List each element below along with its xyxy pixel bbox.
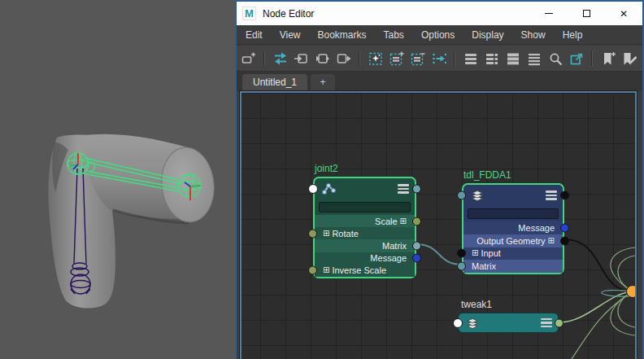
row-tdl-input[interactable]: ⊞ Input	[463, 247, 563, 260]
tweak-node-icon	[464, 316, 481, 331]
node-joint2-filter-field[interactable]	[319, 202, 411, 212]
layout-connected-icon[interactable]	[483, 50, 500, 67]
port-tweak1-left[interactable]	[453, 318, 463, 328]
row-tdl-message[interactable]: Message	[463, 221, 563, 234]
window-title: Node Editor	[263, 8, 314, 20]
expand-icon[interactable]: ⊞	[472, 249, 478, 257]
node-joint2[interactable]: Scale ⊞ ⊞ Rotate Matrix Message	[313, 177, 416, 278]
menu-help[interactable]: Help	[563, 29, 583, 41]
node-title-tdl-fdda1[interactable]: tdl_FDDA1	[463, 169, 511, 181]
tab-untitled-1[interactable]: Untitled_1	[242, 74, 307, 91]
row-joint2-scale[interactable]: Scale ⊞	[315, 215, 415, 227]
maya-app-icon: M	[242, 7, 256, 20]
expand-icon[interactable]: ⊞	[323, 230, 329, 238]
toolbar-separator	[591, 51, 593, 66]
screen: M Node Editor ✕ Edit View Bookmarks Tabs…	[0, 0, 644, 359]
menu-show[interactable]: Show	[521, 29, 546, 41]
layout-simple-icon[interactable]	[462, 50, 479, 67]
node-title-tweak1[interactable]: tweak1	[461, 299, 492, 310]
node-menu-icon[interactable]	[541, 318, 552, 328]
edit-bookmark-icon[interactable]	[620, 50, 637, 67]
toggle-selection-sync-icon[interactable]	[272, 50, 289, 67]
port-joint2-scale[interactable]	[412, 217, 421, 225]
layout-custom-icon[interactable]	[525, 50, 542, 67]
maximize-button[interactable]	[568, 2, 605, 25]
titlebar[interactable]: M Node Editor ✕	[237, 2, 642, 25]
node-tweak1[interactable]	[458, 313, 559, 333]
menu-view[interactable]: View	[280, 29, 301, 41]
row-joint2-matrix[interactable]: Matrix	[315, 239, 415, 252]
node-menu-icon[interactable]	[398, 184, 409, 194]
menu-options[interactable]: Options	[421, 29, 455, 41]
expand-icon[interactable]: ⊞	[548, 237, 555, 245]
port-tweak1-output[interactable]	[555, 318, 564, 327]
output-connections-icon[interactable]	[335, 50, 352, 67]
port-joint2-header-left[interactable]	[308, 184, 318, 194]
graph-panel: joint2 Sca	[240, 91, 637, 359]
port-tdl-input[interactable]	[457, 249, 466, 258]
port-tdl-header-right[interactable]	[560, 191, 569, 200]
add-to-graph-icon[interactable]	[367, 50, 384, 67]
toolbar	[237, 46, 642, 72]
node-tdl-fdda1[interactable]: Message Output Geometry ⊞ ⊞ Input M	[462, 183, 564, 274]
port-joint2-message[interactable]	[412, 254, 421, 263]
menu-tabs[interactable]: Tabs	[384, 29, 404, 41]
deformer-node-icon	[469, 188, 485, 203]
mesh-scene	[0, 0, 235, 359]
expand-icon[interactable]: ⊞	[323, 266, 329, 274]
toolbar-separator	[263, 51, 265, 66]
minimize-button[interactable]	[530, 2, 568, 25]
add-tab-button[interactable]: +	[311, 74, 335, 91]
port-joint2-rotate[interactable]	[308, 229, 317, 238]
remove-selected-nodes-icon[interactable]	[409, 50, 426, 67]
port-joint2-matrix[interactable]	[412, 242, 421, 251]
graph-connected-icon[interactable]	[430, 50, 447, 67]
port-joint2-inverse-scale[interactable]	[308, 266, 317, 275]
node-menu-icon[interactable]	[546, 190, 557, 200]
toolbar-separator	[359, 51, 360, 66]
toolbar-separator	[454, 51, 455, 66]
menu-display[interactable]: Display	[472, 29, 503, 41]
connection-wires	[242, 93, 635, 359]
input-output-connections-icon[interactable]	[314, 50, 331, 67]
node-editor-window: M Node Editor ✕ Edit View Bookmarks Tabs…	[235, 0, 644, 359]
joint-node-icon	[320, 182, 337, 196]
row-tdl-matrix[interactable]: Matrix	[463, 260, 563, 273]
edge-junction-dot	[627, 286, 636, 298]
port-tdl-matrix[interactable]	[457, 262, 466, 271]
frame-graph-icon[interactable]	[568, 50, 585, 67]
create-bookmark-icon[interactable]	[599, 50, 616, 67]
menubar: Edit View Bookmarks Tabs Options Display…	[237, 25, 642, 45]
minimize-icon	[545, 13, 553, 14]
port-tdl-output-geometry[interactable]	[560, 236, 569, 245]
maximize-icon	[583, 10, 590, 17]
input-connections-icon[interactable]	[293, 50, 310, 67]
row-joint2-rotate[interactable]: ⊞ Rotate	[315, 227, 415, 239]
layout-all-icon[interactable]	[504, 50, 521, 67]
port-joint2-header-right[interactable]	[412, 185, 421, 194]
add-selected-nodes-icon[interactable]	[388, 50, 405, 67]
create-node-icon[interactable]	[240, 50, 257, 67]
node-joint2-header[interactable]	[315, 178, 415, 199]
node-graph[interactable]: joint2 Sca	[242, 93, 635, 359]
tabbar: Untitled_1 +	[237, 72, 642, 91]
row-tdl-output-geometry[interactable]: Output Geometry ⊞	[463, 234, 563, 247]
expand-icon[interactable]: ⊞	[400, 217, 407, 225]
port-tdl-message[interactable]	[560, 223, 569, 232]
search-icon[interactable]	[546, 50, 564, 67]
row-joint2-message[interactable]: Message	[315, 252, 415, 265]
row-joint2-inverse-scale[interactable]: ⊞ Inverse Scale	[315, 265, 415, 277]
node-tdl-filter-field[interactable]	[468, 208, 559, 219]
menu-bookmarks[interactable]: Bookmarks	[317, 29, 366, 41]
close-button[interactable]: ✕	[605, 2, 642, 25]
node-tdl-header[interactable]	[463, 185, 563, 206]
menu-edit[interactable]: Edit	[246, 29, 263, 41]
viewport-3d[interactable]	[0, 0, 235, 359]
port-tdl-header-left[interactable]	[457, 191, 466, 200]
node-title-joint2[interactable]: joint2	[315, 163, 338, 174]
